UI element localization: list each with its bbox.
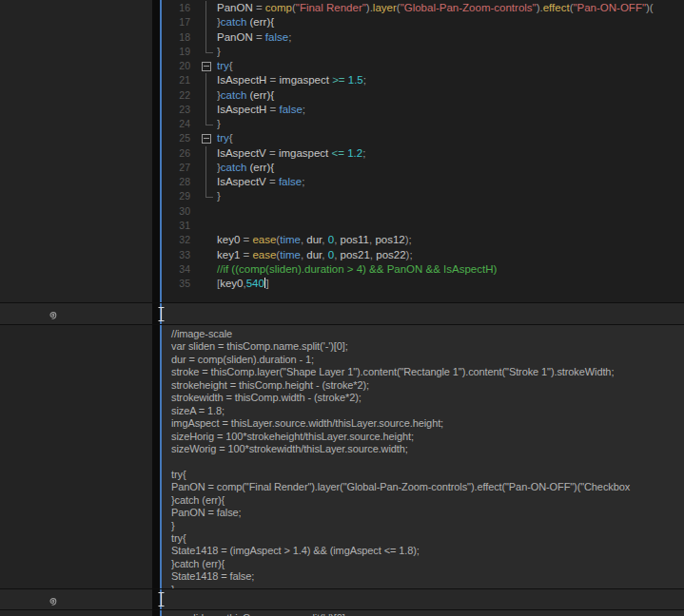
code-line: 28IsAspectV = false; xyxy=(162,175,684,189)
code-line: 34//if ((comp(sliden).duration > 4) && P… xyxy=(162,262,684,277)
code-line: 31 xyxy=(162,219,684,233)
code-line: 29} xyxy=(162,189,684,203)
timeline-property-row-2 xyxy=(0,589,152,609)
code-line: State1418 = (imgAspect > 1.4) && (imgAsp… xyxy=(171,545,684,557)
code-line: try{ xyxy=(171,469,684,481)
row-divider xyxy=(0,588,684,589)
code-line: 19} xyxy=(162,45,684,59)
pick-whip-spiral-icon[interactable] xyxy=(46,594,59,607)
code-line: 26IsAspectV = imgaspect <= 1.2; xyxy=(162,146,684,161)
editor-gap-strip-2 xyxy=(162,589,684,609)
code-line: dur = comp(sliden).duration - 1; xyxy=(171,354,684,366)
code-line: imgAspect = thisLayer.source.width/thisL… xyxy=(171,417,684,430)
code-line: 33key1 = ease(time, dur, 0, pos21, pos22… xyxy=(162,248,684,262)
timeline-property-row-1 xyxy=(0,303,152,324)
code-line: 20try{ xyxy=(162,59,684,73)
code-line: try{ xyxy=(171,532,684,545)
code-line: strokeheight = thisComp.height - (stroke… xyxy=(171,379,684,392)
row-divider xyxy=(0,609,684,610)
code-line: }catch (err){ xyxy=(171,494,684,507)
code-line: 18PanON = false; xyxy=(162,30,684,45)
code-line: 16PanON = comp("Final Render").layer("Gl… xyxy=(162,1,684,15)
code-line: sizeA = 1.8; xyxy=(171,405,684,417)
code-line: var sliden = thisComp.name.split('-')[0]… xyxy=(171,340,684,353)
text-ibeam-cursor-icon xyxy=(156,306,166,322)
code-line: } xyxy=(171,520,684,532)
expression-editor-3-lines: var sliden = thisComp.name.split('-')[0]… xyxy=(171,612,684,616)
code-line: State1418 = false; xyxy=(171,570,684,583)
code-line: PanON = comp("Final Render").layer("Glob… xyxy=(171,481,684,493)
code-line: sizeWorig = 100*strokewidth/thisLayer.so… xyxy=(171,443,684,455)
code-line: PanON = false; xyxy=(171,507,684,519)
code-line: 24} xyxy=(162,117,684,131)
code-line: }catch (err){ xyxy=(171,558,684,570)
expression-editor-3[interactable]: var sliden = thisComp.name.split('-')[0]… xyxy=(162,610,684,616)
code-line: 25try{ xyxy=(162,131,684,145)
expression-editor-2[interactable]: //image-scalevar sliden = thisComp.name.… xyxy=(162,325,684,588)
code-line: 23IsAspectH = false; xyxy=(162,103,684,117)
code-line: 30 xyxy=(162,204,684,219)
code-line: 17}catch (err){ xyxy=(162,15,684,29)
code-line: stroke = thisComp.layer("Shape Layer 1")… xyxy=(171,366,684,378)
code-line xyxy=(171,455,684,468)
code-line: 35[key0,540] xyxy=(162,277,684,291)
after-effects-timeline-expressions: { "palette": { "panel_bg": "#232323", "e… xyxy=(0,0,684,616)
code-line: strokewidth = thisComp.width - (stroke*2… xyxy=(171,392,684,404)
row-divider xyxy=(0,302,684,303)
code-line: //image-scale xyxy=(171,328,684,340)
code-line: 27}catch (err){ xyxy=(162,161,684,175)
text-ibeam-cursor-icon xyxy=(156,591,166,607)
code-line: 32key0 = ease(time, dur, 0, pos11, pos12… xyxy=(162,233,684,247)
row-divider xyxy=(0,324,684,325)
code-line: var sliden = thisComp.name.split('-')[0]… xyxy=(171,612,684,616)
expression-editor-1[interactable]: 16PanON = comp("Final Render").layer("Gl… xyxy=(162,0,684,302)
code-line: 21IsAspectH = imgaspect >= 1.5; xyxy=(162,73,684,87)
editor-gap-strip-1 xyxy=(162,303,684,324)
pick-whip-spiral-icon[interactable] xyxy=(46,308,59,321)
code-line: sizeHorig = 100*strokeheight/thisLayer.s… xyxy=(171,431,684,443)
expression-editor-1-lines: 16PanON = comp("Final Render").layer("Gl… xyxy=(162,1,684,291)
expression-editor-2-lines: //image-scalevar sliden = thisComp.name.… xyxy=(171,328,684,588)
code-line: 22}catch (err){ xyxy=(162,88,684,103)
